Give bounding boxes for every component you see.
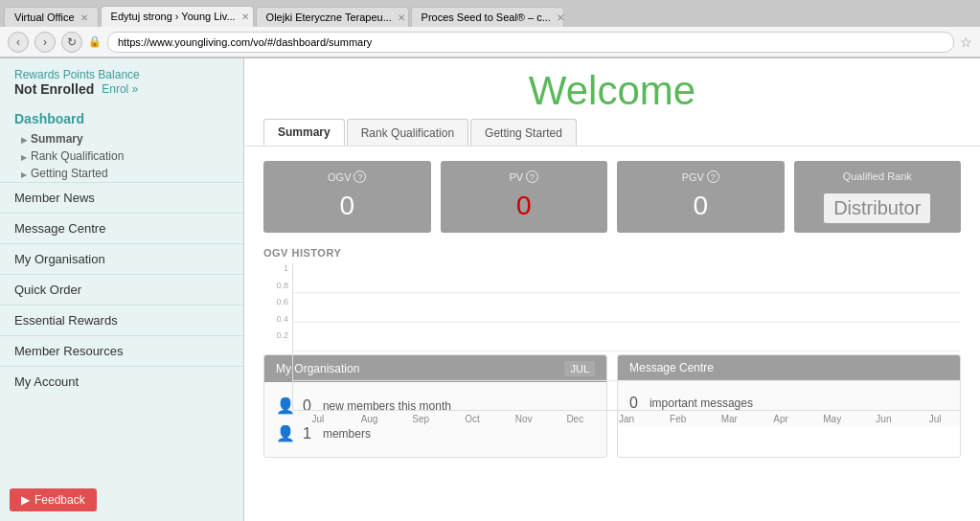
- month-jan: Jan: [601, 414, 652, 424]
- month-may: May: [807, 414, 858, 424]
- tab-close-4[interactable]: ✕: [557, 12, 564, 23]
- rewards-balance-label: Rewards Points Balance: [14, 68, 229, 81]
- tab-getting-started[interactable]: Getting Started: [470, 119, 577, 146]
- sidebar-item-getting-started[interactable]: Getting Started: [0, 165, 243, 182]
- y-label-5: 0.2: [276, 330, 288, 340]
- month-feb: Feb: [652, 414, 704, 424]
- chart-months: Jul Aug Sep Oct Nov Dec Jan Feb Mar Apr …: [292, 411, 961, 424]
- qualified-rank-value: Distributor: [824, 193, 930, 223]
- address-bar: ‹ › ↻ 🔒 ☆: [0, 27, 980, 57]
- y-label-2: 0.8: [276, 281, 288, 290]
- stat-card-pgv: PGV ? 0: [617, 161, 785, 233]
- chart-grid: [292, 263, 961, 411]
- ogv-label: OGV ?: [275, 170, 420, 183]
- tab-summary[interactable]: Summary: [263, 119, 345, 146]
- month-nov: Nov: [498, 414, 550, 424]
- month-oct: Oct: [446, 414, 498, 424]
- tab-label-3: Olejki Eteryczne Terapeu...: [266, 11, 392, 23]
- chart-plot-area: Jul Aug Sep Oct Nov Dec Jan Feb Mar Apr …: [292, 263, 961, 340]
- y-label-3: 0.6: [276, 297, 288, 306]
- month-dec: Dec: [549, 414, 601, 424]
- month-jul-2: Jul: [909, 414, 961, 424]
- tab-close-3[interactable]: ✕: [398, 12, 405, 23]
- bookmark-icon[interactable]: ☆: [960, 34, 972, 50]
- sidebar-item-essential-rewards[interactable]: Essential Rewards: [0, 305, 243, 335]
- tab-close-1[interactable]: ✕: [80, 12, 88, 23]
- sidebar-item-member-news[interactable]: Member News: [0, 182, 243, 213]
- month-jul-1: Jul: [292, 414, 344, 424]
- feedback-label: Feedback: [34, 493, 85, 507]
- stat-card-pv: PV ? 0: [441, 161, 608, 233]
- pv-value: 0: [452, 191, 597, 221]
- welcome-heading: Welcome: [244, 58, 980, 119]
- sidebar-item-my-account[interactable]: My Account: [0, 366, 243, 396]
- dashboard-section-title: Dashboard: [0, 102, 243, 130]
- chart-y-labels: 1 0.8 0.6 0.4 0.2: [263, 263, 292, 340]
- not-enrolled-label: Not Enrolled: [14, 81, 94, 97]
- y-label-1: 1: [284, 263, 288, 273]
- tabs-bar: Summary Rank Qualification Getting Start…: [244, 119, 980, 147]
- pgv-info-icon[interactable]: ?: [707, 170, 719, 183]
- back-button[interactable]: ‹: [8, 32, 29, 53]
- content-area: Welcome Summary Rank Qualification Getti…: [244, 58, 980, 521]
- sidebar-rewards-section: Rewards Points Balance Not Enrolled Enro…: [0, 58, 243, 102]
- ogv-value: 0: [275, 191, 420, 221]
- feedback-button[interactable]: ▶ Feedback: [10, 488, 97, 511]
- pv-info-icon[interactable]: ?: [526, 170, 538, 183]
- total-members-label: members: [323, 427, 371, 441]
- tab-label-2: Edytuj strong › Young Liv...: [111, 11, 236, 22]
- stat-card-ogv: OGV ? 0: [263, 161, 431, 233]
- play-icon: ▶: [21, 493, 30, 507]
- chart-title: OGV HISTORY: [263, 247, 961, 259]
- stats-row: OGV ? 0 PV ? 0 PGV ? 0 Qualifie: [244, 147, 980, 242]
- sidebar-item-quick-order[interactable]: Quick Order: [0, 274, 243, 305]
- total-members-count: 1: [303, 425, 311, 442]
- browser-tab-2[interactable]: Edytuj strong › Young Liv... ✕: [101, 6, 254, 27]
- tab-label-4: Proces Seed to Seal® – c...: [422, 11, 551, 23]
- chart-svg: [293, 263, 961, 410]
- security-icon: 🔒: [88, 35, 102, 48]
- enrol-link[interactable]: Enrol »: [102, 82, 138, 96]
- month-sep: Sep: [395, 414, 446, 424]
- sidebar-item-my-organisation[interactable]: My Organisation: [0, 243, 243, 274]
- tab-close-2[interactable]: ✕: [241, 11, 249, 22]
- browser-tab-1[interactable]: Virtual Office ✕: [4, 7, 99, 27]
- forward-button[interactable]: ›: [34, 32, 56, 53]
- sidebar-item-rank-qualification[interactable]: Rank Qualification: [0, 147, 243, 165]
- sidebar-item-member-resources[interactable]: Member Resources: [0, 335, 243, 366]
- ogv-info-icon[interactable]: ?: [353, 170, 366, 183]
- pv-label: PV ?: [452, 170, 597, 183]
- sidebar-item-message-centre[interactable]: Message Centre: [0, 213, 243, 243]
- stat-card-qualified-rank: Qualified Rank Distributor: [794, 161, 962, 233]
- tab-label-1: Virtual Office: [14, 11, 75, 23]
- main-container: Rewards Points Balance Not Enrolled Enro…: [0, 58, 980, 521]
- month-aug: Aug: [344, 414, 396, 424]
- tab-rank-qualification[interactable]: Rank Qualification: [347, 119, 468, 146]
- sidebar-item-summary[interactable]: Summary: [0, 130, 243, 147]
- chart-area: 1 0.8 0.6 0.4 0.2: [263, 263, 961, 340]
- pgv-label: PGV ?: [628, 170, 773, 183]
- pgv-value: 0: [628, 191, 773, 221]
- sidebar: Rewards Points Balance Not Enrolled Enro…: [0, 58, 244, 521]
- month-mar: Mar: [704, 414, 756, 424]
- url-input[interactable]: [107, 32, 954, 53]
- qualified-rank-label: Qualified Rank: [806, 170, 950, 182]
- browser-tab-3[interactable]: Olejki Eteryczne Terapeu... ✕: [256, 7, 409, 27]
- month-jun: Jun: [858, 414, 910, 424]
- chart-section: OGV HISTORY 1 0.8 0.6 0.4 0.2: [244, 242, 980, 350]
- browser-chrome: Virtual Office ✕ Edytuj strong › Young L…: [0, 0, 980, 58]
- month-apr: Apr: [755, 414, 807, 424]
- y-label-4: 0.4: [276, 314, 288, 324]
- tab-bar: Virtual Office ✕ Edytuj strong › Young L…: [0, 0, 980, 27]
- browser-tab-4[interactable]: Proces Seed to Seal® – c... ✕: [411, 7, 564, 27]
- refresh-button[interactable]: ↻: [61, 32, 82, 53]
- person-icon-2: 👤: [276, 424, 295, 442]
